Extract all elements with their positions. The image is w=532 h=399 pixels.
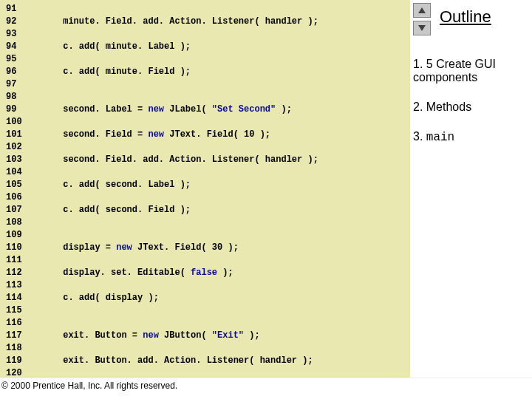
outline-sidebar: Outline 1. 5 Create GUIcomponents 2. Met… [410, 0, 532, 383]
code-line: c. add( second. Label ); [31, 179, 345, 191]
code-line: c. add( display ); [31, 292, 345, 304]
lineno: 103 [6, 154, 31, 166]
lineno: 94 [6, 41, 31, 53]
lineno: 105 [6, 179, 31, 191]
lineno: 117 [6, 330, 31, 342]
code-line: exit. Button = new JButton( "Exit" ); [31, 330, 345, 342]
code-line: second. Field. add. Action. Listener( ha… [31, 154, 345, 166]
lineno: 111 [6, 254, 31, 267]
lineno: 96 [6, 66, 31, 78]
lineno: 109 [6, 229, 31, 242]
lineno: 106 [6, 191, 31, 204]
lineno: 93 [6, 28, 31, 41]
lineno: 102 [6, 141, 31, 154]
arrow-up-icon [418, 7, 426, 13]
lineno: 107 [6, 204, 31, 216]
code-block: minute. Field. add. Action. Listener( ha… [31, 3, 345, 383]
lineno: 119 [6, 355, 31, 367]
outline-item-3: 3. main [413, 130, 454, 144]
main-area: 91 92 93 94 95 96 97 98 99 100 101 102 1… [0, 0, 532, 383]
code-area: 91 92 93 94 95 96 97 98 99 100 101 102 1… [0, 0, 410, 383]
lineno: 98 [6, 91, 31, 103]
lineno: 115 [6, 304, 31, 317]
code-line: display. set. Editable( false ); [31, 267, 345, 279]
code-line: c. add( minute. Label ); [31, 41, 345, 53]
scroll-down-button[interactable] [413, 21, 431, 35]
code-line: exit. Button. add. Action. Listener( han… [31, 355, 345, 367]
lineno: 95 [6, 53, 31, 66]
code-line: second. Label = new JLabel( "Set Second"… [31, 103, 345, 116]
lineno: 116 [6, 317, 31, 330]
lineno: 97 [6, 78, 31, 91]
lineno: 114 [6, 292, 31, 304]
lineno: 92 [6, 16, 31, 28]
outline-item-2: 2. Methods [413, 100, 471, 114]
lineno: 91 [6, 3, 31, 16]
code-line: c. add( minute. Field ); [31, 66, 345, 78]
arrow-down-icon [418, 25, 426, 31]
code-line: second. Field = new JText. Field( 10 ); [31, 129, 345, 141]
outline-title: Outline [440, 7, 491, 27]
lineno: 110 [6, 242, 31, 254]
lineno: 112 [6, 267, 31, 279]
lineno: 113 [6, 279, 31, 292]
lineno: 100 [6, 116, 31, 129]
outline-item-1: 1. 5 Create GUIcomponents [413, 58, 496, 85]
lineno: 101 [6, 129, 31, 141]
code-line: c. add( second. Field ); [31, 204, 345, 216]
line-gutter: 91 92 93 94 95 96 97 98 99 100 101 102 1… [0, 3, 31, 383]
lineno: 99 [6, 103, 31, 116]
scroll-up-button[interactable] [413, 3, 431, 18]
footer-copyright: © 2000 Prentice Hall, Inc. All rights re… [0, 378, 532, 399]
lineno: 104 [6, 166, 31, 179]
code-line: minute. Field. add. Action. Listener( ha… [31, 16, 345, 28]
lineno: 118 [6, 342, 31, 355]
code-line: display = new JText. Field( 30 ); [31, 242, 345, 254]
lineno: 108 [6, 216, 31, 229]
